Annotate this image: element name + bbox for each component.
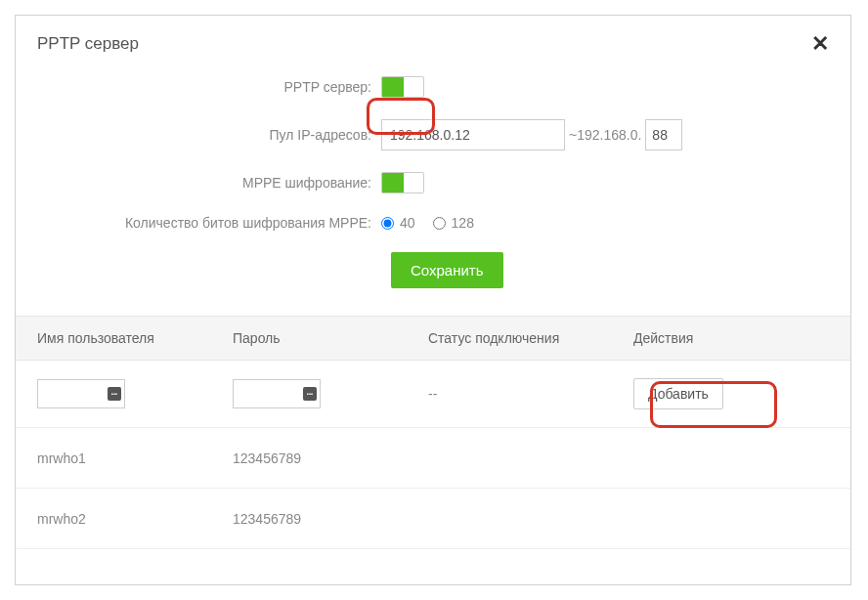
label-bits: Количество битов шифрования MPPE: (37, 215, 381, 231)
row-ip-pool: Пул IP-адресов: ~192.168.0. (37, 119, 829, 150)
radio-128-input[interactable] (433, 217, 446, 230)
ip-pool-start-input[interactable] (381, 119, 565, 150)
ip-pool-end-input[interactable] (645, 119, 682, 150)
save-button[interactable]: Сохранить (391, 252, 503, 288)
modal-header: PPTP сервер ✕ (16, 16, 850, 76)
label-ip-pool: Пул IP-адресов: (37, 127, 381, 143)
users-table: Имя пользователя Пароль Статус подключен… (16, 316, 850, 549)
label-mppe: MPPE шифрование: (37, 175, 381, 191)
table-row: mrwho1 123456789 (16, 428, 850, 489)
pptp-server-modal: PPTP сервер ✕ PPTP сервер: Пул IP-адресо… (15, 15, 851, 585)
radio-128-label: 128 (452, 215, 474, 231)
radio-40[interactable]: 40 (381, 215, 415, 231)
table-row-new: -- Добавить (16, 361, 850, 428)
th-username: Имя пользователя (37, 330, 233, 346)
radio-group-bits: 40 128 (381, 215, 474, 231)
toggle-mppe[interactable] (381, 172, 424, 193)
row-pptp-server: PPTP сервер: (37, 76, 829, 98)
radio-128[interactable]: 128 (433, 215, 474, 231)
row-mppe: MPPE шифрование: (37, 172, 829, 193)
label-pptp-server: PPTP сервер: (37, 79, 381, 95)
add-button[interactable]: Добавить (633, 378, 723, 409)
form-area: PPTP сервер: Пул IP-адресов: ~192.168.0.… (16, 76, 850, 288)
radio-40-input[interactable] (381, 217, 394, 230)
th-actions: Действия (633, 330, 829, 346)
row-bits: Количество битов шифрования MPPE: 40 128 (37, 215, 829, 231)
keyboard-icon[interactable] (108, 387, 121, 401)
new-status: -- (428, 386, 633, 402)
th-password: Пароль (233, 330, 428, 346)
table-header: Имя пользователя Пароль Статус подключен… (16, 316, 850, 361)
ip-pool-prefix-text: ~192.168.0. (569, 127, 641, 143)
toggle-pptp-server[interactable] (381, 76, 424, 98)
keyboard-icon[interactable] (303, 387, 317, 401)
table-row: mrwho2 123456789 (16, 489, 850, 549)
cell-password: 123456789 (233, 450, 428, 466)
cell-password: 123456789 (233, 511, 428, 527)
modal-title: PPTP сервер (37, 34, 139, 54)
cell-username: mrwho2 (37, 511, 233, 527)
th-status: Статус подключения (428, 330, 633, 346)
close-icon[interactable]: ✕ (811, 33, 829, 55)
save-row: Сохранить (37, 252, 829, 288)
radio-40-label: 40 (400, 215, 415, 231)
cell-username: mrwho1 (37, 450, 233, 466)
